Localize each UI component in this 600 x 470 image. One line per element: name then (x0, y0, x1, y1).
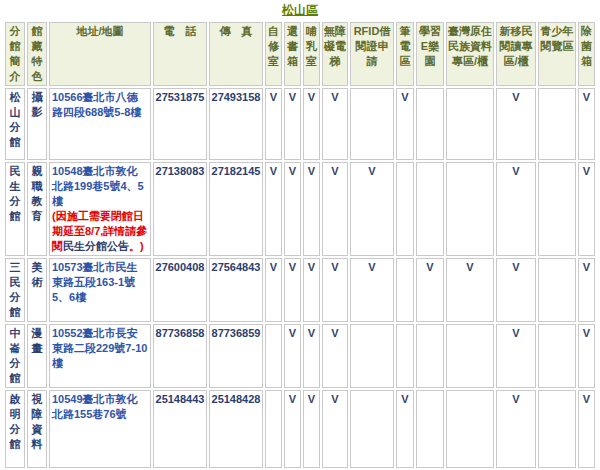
table-row: 松山分館攝影10566臺北市八德路四段688號5-8樓2753187527493… (5, 88, 595, 160)
amenity-mark-new-immigrant-reading-area: V (496, 88, 536, 160)
col-header-learning-e-paradise: 學習E樂園 (416, 22, 444, 86)
branch-link[interactable]: 三民分館 (10, 261, 21, 318)
notice-announcement-link[interactable]: 民生分館公告 (63, 240, 129, 252)
amenity-mark-book-return-box: V (284, 162, 301, 256)
amenity-mark-accessible-elevator: V (322, 258, 348, 322)
district-title: 松山區 (0, 0, 600, 20)
address-cell: 10566臺北市八德路四段688號5-8樓 (49, 88, 151, 160)
col-header-laptop-area: 筆電區 (396, 22, 414, 86)
phone-number: 25148443 (153, 390, 207, 468)
amenity-mark-sterilizer-box: V (578, 324, 595, 388)
amenity-mark-nursing-room: V (303, 258, 320, 322)
col-header-accessible-elevator: 無障礙電梯 (322, 22, 348, 86)
col-header-new-immigrant-reading-area: 新移民閱讀專區/櫃 (496, 22, 536, 86)
amenity-mark-laptop-area: V (396, 390, 414, 468)
address-link[interactable]: 10573臺北市民生東路五段163-1號5、6樓 (52, 261, 138, 303)
amenity-mark-accessible-elevator: V (322, 324, 348, 388)
branch-cell: 松山分館 (5, 88, 25, 160)
col-header-youth-reading-area: 青少年閱覽區 (538, 22, 576, 86)
fax-number: 25148428 (209, 390, 263, 468)
fax-number: 27564843 (209, 258, 263, 322)
phone-number: 87736858 (153, 324, 207, 388)
amenity-mark-youth-reading-area (538, 162, 576, 256)
col-header-self-study-room: 自修室 (265, 22, 282, 86)
collection-feature: 美術 (27, 258, 47, 322)
col-header-rfid-card-application: RFID借閱證申請 (350, 22, 394, 86)
branch-link[interactable]: 松山分館 (10, 91, 21, 148)
branch-cell: 三民分館 (5, 258, 25, 322)
collection-feature: 漫畫 (27, 324, 47, 388)
amenity-mark-learning-e-paradise (416, 324, 444, 388)
amenity-mark-youth-reading-area (538, 390, 576, 468)
collection-feature: 親職教育 (27, 162, 47, 256)
amenity-mark-learning-e-paradise (416, 88, 444, 160)
col-header-fax: 傳 真 (209, 22, 263, 86)
amenity-mark-accessible-elevator: V (322, 390, 348, 468)
amenity-mark-nursing-room: V (303, 88, 320, 160)
amenity-mark-sterilizer-box: V (578, 258, 595, 322)
col-header-collection-feature: 館藏特色 (27, 22, 47, 86)
table-row: 中崙分館漫畫10552臺北市長安東路二段229號7-10樓87736858877… (5, 324, 595, 388)
amenity-mark-self-study-room: V (265, 88, 282, 160)
amenity-mark-nursing-room: V (303, 390, 320, 468)
amenity-mark-rfid-card-application (350, 324, 394, 388)
address-link[interactable]: 10549臺北市敦化北路155巷76號 (52, 393, 138, 420)
branches-table: 分館簡介館藏特色地址/地圖電 話傳 真自修室還書箱哺乳室無障礙電梯RFID借閱證… (3, 20, 597, 470)
amenity-mark-youth-reading-area (538, 258, 576, 322)
col-header-phone: 電 話 (153, 22, 207, 86)
amenity-mark-laptop-area (396, 324, 414, 388)
amenity-mark-learning-e-paradise (416, 390, 444, 468)
address-cell: 10548臺北市敦化北路199巷5號4、5樓(因施工需要閉館日期延至8/7,詳情… (49, 162, 151, 256)
branch-link[interactable]: 民生分館 (10, 165, 21, 222)
branches-table-body: 松山分館攝影10566臺北市八德路四段688號5-8樓2753187527493… (5, 88, 595, 468)
phone-number: 27531875 (153, 88, 207, 160)
amenity-mark-accessible-elevator: V (322, 88, 348, 160)
amenity-mark-rfid-card-application: V (350, 162, 394, 256)
col-header-nursing-room: 哺乳室 (303, 22, 320, 86)
branch-link[interactable]: 中崙分館 (10, 327, 21, 384)
amenity-mark-book-return-box: V (284, 88, 301, 160)
amenity-mark-laptop-area: V (396, 88, 414, 160)
amenity-mark-nursing-room: V (303, 324, 320, 388)
address-link[interactable]: 10552臺北市長安東路二段229號7-10樓 (52, 327, 147, 369)
collection-feature: 視障資料 (27, 390, 47, 468)
amenity-mark-self-study-room: V (265, 258, 282, 322)
phone-number: 27600408 (153, 258, 207, 322)
district-title-link[interactable]: 松山區 (282, 3, 318, 17)
amenity-mark-book-return-box: V (284, 324, 301, 388)
branch-cell: 中崙分館 (5, 324, 25, 388)
construction-notice: (因施工需要閉館日期延至8/7,詳情請參閱民生分館公告。) (52, 209, 148, 254)
amenity-mark-new-immigrant-reading-area: V (496, 390, 536, 468)
amenity-mark-indigenous-collection-area (446, 390, 494, 468)
branch-link[interactable]: 啟明分館 (10, 393, 21, 450)
col-header-book-return-box: 還書箱 (284, 22, 301, 86)
address-link[interactable]: 10548臺北市敦化北路199巷5號4、5樓 (52, 165, 144, 207)
branch-cell: 民生分館 (5, 162, 25, 256)
amenity-mark-youth-reading-area (538, 88, 576, 160)
amenity-mark-rfid-card-application (350, 390, 394, 468)
collection-feature: 攝影 (27, 88, 47, 160)
col-header-sterilizer-box: 除菌箱 (578, 22, 595, 86)
amenity-mark-sterilizer-box: V (578, 390, 595, 468)
header-row: 分館簡介館藏特色地址/地圖電 話傳 真自修室還書箱哺乳室無障礙電梯RFID借閱證… (5, 22, 595, 86)
notice-text: 。) (129, 240, 144, 252)
amenity-mark-learning-e-paradise: V (416, 258, 444, 322)
amenity-mark-youth-reading-area (538, 324, 576, 388)
amenity-mark-self-study-room (265, 324, 282, 388)
amenity-mark-indigenous-collection-area: V (446, 258, 494, 322)
phone-number: 27138083 (153, 162, 207, 256)
amenity-mark-nursing-room: V (303, 162, 320, 256)
amenity-mark-indigenous-collection-area (446, 88, 494, 160)
amenity-mark-laptop-area (396, 162, 414, 256)
amenity-mark-book-return-box: V (284, 390, 301, 468)
amenity-mark-indigenous-collection-area (446, 324, 494, 388)
branch-cell: 啟明分館 (5, 390, 25, 468)
address-cell: 10552臺北市長安東路二段229號7-10樓 (49, 324, 151, 388)
col-header-address-map: 地址/地圖 (49, 22, 151, 86)
amenity-mark-new-immigrant-reading-area: V (496, 258, 536, 322)
amenity-mark-self-study-room: V (265, 162, 282, 256)
col-header-branch-intro: 分館簡介 (5, 22, 25, 86)
amenity-mark-indigenous-collection-area (446, 162, 494, 256)
amenity-mark-rfid-card-application (350, 88, 394, 160)
address-link[interactable]: 10566臺北市八德路四段688號5-8樓 (52, 91, 141, 118)
